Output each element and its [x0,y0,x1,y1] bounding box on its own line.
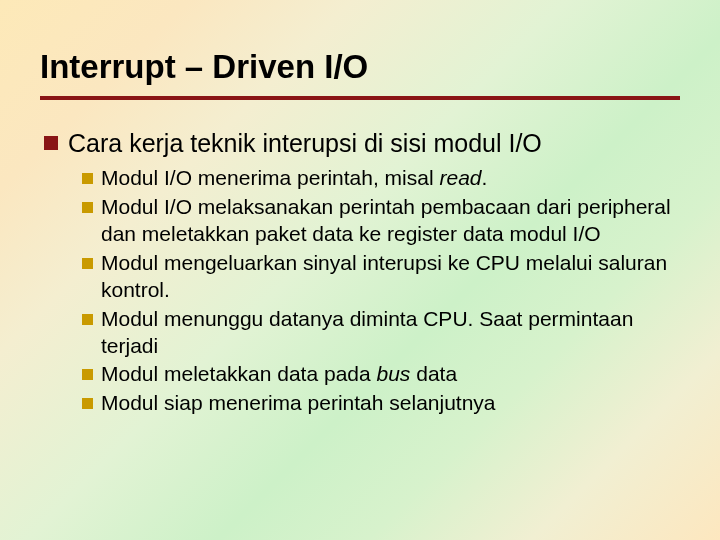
level2-text: Modul menunggu datanya diminta CPU. Saat… [101,306,680,360]
bullet-level2: Modul siap menerima perintah selanjutnya [82,390,680,417]
slide-title: Interrupt – Driven I/O [40,48,680,86]
square-bullet-icon [82,173,93,184]
level2-text: Modul siap menerima perintah selanjutnya [101,390,496,417]
level2-text: Modul meletakkan data pada bus data [101,361,457,388]
italic-text: read [439,166,481,189]
italic-text: bus [377,362,411,385]
bullet-level1: Cara kerja teknik interupsi di sisi modu… [44,128,680,159]
bullet-level2: Modul I/O melaksanakan perintah pembacaa… [82,194,680,248]
level2-text: Modul I/O menerima perintah, misal read. [101,165,487,192]
square-bullet-icon [82,369,93,380]
sublist: Modul I/O menerima perintah, misal read.… [82,165,680,417]
square-bullet-icon [44,136,58,150]
square-bullet-icon [82,258,93,269]
square-bullet-icon [82,314,93,325]
level2-text: Modul I/O melaksanakan perintah pembacaa… [101,194,680,248]
text-fragment: data [410,362,457,385]
bullet-level2: Modul meletakkan data pada bus data [82,361,680,388]
bullet-level2: Modul mengeluarkan sinyal interupsi ke C… [82,250,680,304]
bullet-level2: Modul menunggu datanya diminta CPU. Saat… [82,306,680,360]
title-rule [40,96,680,100]
square-bullet-icon [82,398,93,409]
text-fragment: . [482,166,488,189]
level2-text: Modul mengeluarkan sinyal interupsi ke C… [101,250,680,304]
text-fragment: Modul meletakkan data pada [101,362,377,385]
bullet-level2: Modul I/O menerima perintah, misal read. [82,165,680,192]
text-fragment: Modul I/O menerima perintah, misal [101,166,439,189]
square-bullet-icon [82,202,93,213]
level1-text: Cara kerja teknik interupsi di sisi modu… [68,128,542,159]
slide: Interrupt – Driven I/O Cara kerja teknik… [0,0,720,540]
